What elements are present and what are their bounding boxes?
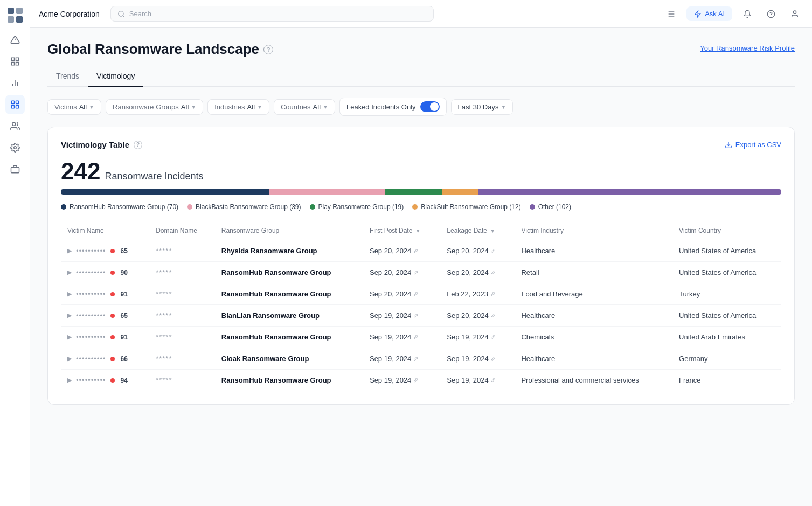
leakage-external-link[interactable]: ⬀ xyxy=(490,290,495,297)
leaked-incidents-filter[interactable]: Leaked Incidents Only xyxy=(339,98,447,116)
victim-cell-5: ▶ •••••••••• 66 xyxy=(61,348,149,370)
alert-icon[interactable] xyxy=(5,30,25,50)
country-cell-4: United Arab Emirates xyxy=(672,327,781,348)
leakage-external-link[interactable]: ⬀ xyxy=(491,247,496,254)
industry-cell-0: Healthcare xyxy=(515,240,672,262)
first-post-external-link[interactable]: ⬀ xyxy=(413,290,418,297)
help-button[interactable] xyxy=(762,5,780,23)
victim-cell-4: ▶ •••••••••• 91 xyxy=(61,327,149,348)
svg-line-21 xyxy=(123,15,124,17)
tab-trends[interactable]: Trends xyxy=(47,66,88,87)
expand-row-button[interactable]: ▶ xyxy=(67,290,72,297)
user-button[interactable] xyxy=(786,5,803,23)
search-bar[interactable]: Search xyxy=(110,6,434,22)
victim-masked: •••••••••• xyxy=(76,247,106,255)
svg-point-28 xyxy=(793,11,796,13)
svg-rect-7 xyxy=(16,58,18,60)
score-value: 91 xyxy=(121,290,128,298)
group-cell-1: RansomHub Ransomware Group xyxy=(215,262,363,283)
domain-masked: ***** xyxy=(156,247,172,255)
leakage-external-link[interactable]: ⬀ xyxy=(491,269,496,276)
expand-row-button[interactable]: ▶ xyxy=(67,312,72,319)
bar-segment xyxy=(385,189,442,195)
first-post-cell-2: Sep 20, 2024 ⬀ xyxy=(363,283,440,305)
time-period-filter[interactable]: Last 30 Days ▼ xyxy=(451,99,513,115)
country-cell-6: France xyxy=(672,370,781,391)
leakage-date: Sep 20, 2024 xyxy=(447,247,488,255)
grid-icon[interactable] xyxy=(5,52,25,71)
ask-ai-button[interactable]: Ask AI xyxy=(686,6,732,21)
col-victim-industry[interactable]: Victim Industry xyxy=(515,221,672,240)
domain-cell-4: ***** xyxy=(149,327,215,348)
svg-point-18 xyxy=(13,147,16,149)
col-victim-name[interactable]: Victim Name xyxy=(61,221,149,240)
topbar-actions: Ask AI xyxy=(663,5,803,23)
first-post-external-link[interactable]: ⬀ xyxy=(413,355,418,362)
first-post-external-link[interactable]: ⬀ xyxy=(413,269,418,276)
industry-cell-4: Chemicals xyxy=(515,327,672,348)
expand-row-button[interactable]: ▶ xyxy=(67,247,72,254)
leakage-external-link[interactable]: ⬀ xyxy=(491,355,496,362)
content-panel: Victimology Table ? Export as CSV 242 Ra… xyxy=(47,127,795,405)
briefcase-icon[interactable] xyxy=(5,160,25,179)
controls-button[interactable] xyxy=(663,5,680,23)
first-post-date: Sep 19, 2024 xyxy=(370,376,411,384)
ransomware-groups-filter[interactable]: Ransomware Groups All ▼ xyxy=(106,99,203,115)
stacked-bar-chart xyxy=(61,189,781,195)
panel-help-icon[interactable]: ? xyxy=(134,141,142,149)
industries-filter[interactable]: Industries All ▼ xyxy=(207,99,269,115)
group-name: RansomHub Ransomware Group xyxy=(221,268,331,276)
help-icon xyxy=(767,10,775,18)
table-row: ▶ •••••••••• 65 ***** BianLian Ransomwar… xyxy=(61,305,781,327)
victim-masked: •••••••••• xyxy=(76,333,106,341)
group-cell-2: RansomHub Ransomware Group xyxy=(215,283,363,305)
legend-label: BlackBasta Ransomware Group (39) xyxy=(196,203,301,211)
domain-cell-0: ***** xyxy=(149,240,215,262)
chart-icon[interactable] xyxy=(5,73,25,93)
score-dot xyxy=(110,357,115,361)
users-icon[interactable] xyxy=(5,116,25,136)
legend-label: Other (102) xyxy=(538,203,571,211)
leakage-external-link[interactable]: ⬀ xyxy=(491,334,496,341)
logo-icon[interactable] xyxy=(6,6,24,24)
first-post-external-link[interactable]: ⬀ xyxy=(413,247,418,254)
risk-profile-link[interactable]: Your Ransomware Risk Profile xyxy=(700,44,795,52)
groups-chevron-icon: ▼ xyxy=(191,104,196,110)
page-title: Global Ransomware Landscape ? xyxy=(47,41,273,58)
settings-icon[interactable] xyxy=(5,138,25,157)
first-post-external-link[interactable]: ⬀ xyxy=(413,377,418,384)
tab-victimology[interactable]: Victimology xyxy=(88,66,143,87)
score-dot xyxy=(110,292,115,296)
topbar: Acme Corporation Search Ask AI xyxy=(30,0,812,28)
leaked-incidents-toggle[interactable] xyxy=(420,101,440,112)
export-csv-button[interactable]: Export as CSV xyxy=(725,141,781,149)
col-ransomware-group[interactable]: Ransomware Group xyxy=(215,221,363,240)
expand-row-button[interactable]: ▶ xyxy=(67,334,72,341)
expand-row-button[interactable]: ▶ xyxy=(67,269,72,276)
score-dot xyxy=(110,335,115,339)
col-victim-country[interactable]: Victim Country xyxy=(672,221,781,240)
victim-cell-3: ▶ •••••••••• 65 xyxy=(61,305,149,327)
first-post-external-link[interactable]: ⬀ xyxy=(413,334,418,341)
notifications-button[interactable] xyxy=(739,5,756,23)
ransomware-icon[interactable] xyxy=(5,95,25,114)
countries-filter[interactable]: Countries All ▼ xyxy=(274,99,335,115)
first-post-cell-3: Sep 19, 2024 ⬀ xyxy=(363,305,440,327)
victims-filter[interactable]: Victims All ▼ xyxy=(47,99,101,115)
page-title-help-icon[interactable]: ? xyxy=(263,45,273,54)
leakage-external-link[interactable]: ⬀ xyxy=(491,377,496,384)
page-content: Global Ransomware Landscape ? Your Ranso… xyxy=(30,28,812,506)
leakage-date: Sep 19, 2024 xyxy=(447,376,488,384)
legend: RansomHub Ransomware Group (70)BlackBast… xyxy=(61,203,781,211)
expand-row-button[interactable]: ▶ xyxy=(67,355,72,362)
panel-header: Victimology Table ? Export as CSV xyxy=(61,140,781,149)
first-post-external-link[interactable]: ⬀ xyxy=(413,312,418,319)
group-name: Cloak Ransomware Group xyxy=(221,355,309,363)
first-post-date: Sep 19, 2024 xyxy=(370,333,411,341)
controls-icon xyxy=(667,10,676,18)
col-first-post-date[interactable]: First Post Date ▼ xyxy=(363,221,440,240)
expand-row-button[interactable]: ▶ xyxy=(67,377,72,384)
col-leakage-date[interactable]: Leakage Date ▼ xyxy=(440,221,515,240)
leakage-external-link[interactable]: ⬀ xyxy=(491,312,496,319)
col-domain-name[interactable]: Domain Name xyxy=(149,221,215,240)
